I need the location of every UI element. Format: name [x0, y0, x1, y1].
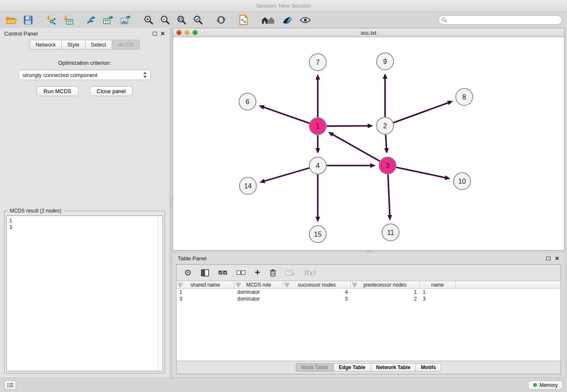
show-hide-button[interactable]: [299, 16, 312, 25]
apply-style-button[interactable]: [281, 15, 294, 25]
mcds-result-list[interactable]: 1 3: [6, 215, 163, 371]
graph-node[interactable]: 14: [239, 177, 256, 194]
import-table-button[interactable]: [62, 14, 74, 25]
criterion-select[interactable]: strongly connected component: [19, 70, 151, 80]
tab-network[interactable]: Network: [30, 40, 62, 50]
export-image-button[interactable]: [120, 14, 132, 25]
minimize-window-icon[interactable]: −: [184, 30, 190, 35]
graph-node[interactable]: 8: [456, 88, 473, 105]
column-header-name[interactable]: name: [420, 281, 456, 288]
tab-edge-table[interactable]: Edge Table: [334, 363, 371, 372]
add-column-button[interactable]: +: [254, 267, 261, 278]
column-label: MCDS role: [246, 282, 271, 288]
import-network-button[interactable]: [44, 14, 57, 25]
tab-style[interactable]: Style: [62, 40, 85, 50]
delete-column-button[interactable]: [269, 268, 277, 278]
zoom-in-button[interactable]: [143, 14, 154, 26]
network-view[interactable]: 7968124314101511: [173, 38, 564, 250]
close-panel-icon[interactable]: ✕: [160, 31, 165, 36]
column-type-icon: [178, 283, 183, 287]
copy-style-button[interactable]: [238, 14, 249, 26]
graph-edge[interactable]: [385, 135, 386, 149]
zoom-fit-button[interactable]: [176, 14, 187, 26]
column-header-mcds-role[interactable]: MCDS role: [234, 281, 283, 288]
table-cell[interactable]: 2: [351, 296, 420, 302]
graph-node[interactable]: 3: [379, 157, 396, 174]
table-cell[interactable]: 3: [283, 296, 351, 302]
table-cell[interactable]: 4: [283, 289, 351, 295]
task-history-button[interactable]: [4, 381, 16, 390]
graph-node[interactable]: 7: [309, 54, 326, 71]
table-row[interactable]: 1dominator411: [176, 289, 561, 295]
table-cell[interactable]: 1: [420, 289, 456, 295]
home-layout-button[interactable]: [260, 15, 276, 25]
graph-edge[interactable]: [263, 107, 309, 123]
export-image-icon: [121, 15, 131, 25]
table-row[interactable]: 3dominator323: [176, 295, 561, 302]
graph-node[interactable]: 10: [454, 173, 471, 190]
open-session-button[interactable]: [5, 15, 18, 25]
network-scroll-nub[interactable]: [366, 251, 373, 252]
graph-node[interactable]: 6: [239, 93, 256, 110]
graph-edge-arrowhead: [316, 74, 320, 80]
export-table-button[interactable]: [102, 14, 115, 25]
table-cell[interactable]: dominator: [234, 296, 283, 302]
column-header-predecessor-nodes[interactable]: predecessor nodes: [351, 281, 420, 288]
table-cell[interactable]: 1: [351, 289, 420, 295]
save-session-button[interactable]: [23, 15, 33, 25]
refresh-view-button[interactable]: [215, 14, 227, 26]
maximize-window-icon[interactable]: +: [193, 30, 198, 35]
zoom-selected-button[interactable]: [193, 14, 204, 26]
show-columns-button[interactable]: [200, 268, 210, 277]
function-builder-button[interactable]: f(x): [303, 268, 316, 278]
graph-node-label: 14: [244, 182, 252, 190]
memory-button[interactable]: Memory: [528, 381, 563, 390]
vertical-splitter[interactable]: [169, 28, 173, 378]
tab-network-table[interactable]: Network Table: [371, 363, 416, 372]
graph-edge[interactable]: [394, 102, 449, 122]
node-table: shared name MCDS role: [176, 281, 561, 361]
column-header-shared-name[interactable]: shared name: [176, 281, 234, 288]
graph-edge[interactable]: [388, 175, 390, 216]
column-label: predecessor nodes: [363, 282, 407, 288]
table-settings-button[interactable]: ⚙: [183, 268, 193, 278]
refresh-group: [215, 14, 227, 26]
run-mcds-button[interactable]: Run MCDS: [37, 86, 78, 96]
graph-edge[interactable]: [332, 134, 380, 161]
zoom-out-button[interactable]: [160, 14, 171, 26]
graph-edge[interactable]: [327, 126, 369, 126]
close-window-icon[interactable]: ✕: [176, 30, 182, 35]
table-cell[interactable]: 1: [176, 289, 234, 295]
close-table-panel-icon[interactable]: ✕: [555, 256, 559, 261]
zoom-out-icon: [160, 15, 170, 25]
graph-node[interactable]: 4: [309, 157, 326, 174]
graph-edge[interactable]: [397, 168, 446, 178]
result-scrollbar[interactable]: [158, 216, 162, 371]
search-input[interactable]: [438, 15, 562, 25]
deselect-all-button[interactable]: [236, 270, 246, 276]
graph-node[interactable]: 1: [309, 118, 326, 135]
graph-edge[interactable]: [264, 168, 308, 181]
table-cell[interactable]: dominator: [234, 289, 283, 295]
graph-node[interactable]: 11: [382, 224, 399, 241]
column-header-successor-nodes[interactable]: successor nodes: [283, 281, 351, 288]
select-all-button[interactable]: [217, 270, 228, 276]
close-panel-button[interactable]: Close panel: [90, 86, 133, 96]
tab-select[interactable]: Select: [85, 40, 112, 50]
window-title: Session: New Session: [256, 3, 311, 9]
graph-edge-arrowhead: [316, 148, 320, 154]
tab-mcds[interactable]: MCDS: [112, 40, 140, 50]
control-panel-title: Control Panel: [4, 30, 38, 37]
tab-node-table[interactable]: Node Table: [296, 363, 334, 372]
graph-node[interactable]: 15: [309, 226, 326, 243]
tab-motifs[interactable]: Motifs: [416, 363, 441, 372]
table-cell[interactable]: 3: [176, 296, 234, 302]
table-cell[interactable]: 3: [420, 296, 456, 302]
network-canvas[interactable]: 7968124314101511: [173, 38, 564, 251]
graph-node[interactable]: 9: [377, 53, 394, 70]
delete-table-button[interactable]: [285, 269, 295, 277]
float-panel-icon[interactable]: [153, 32, 157, 36]
float-table-panel-icon[interactable]: [546, 257, 550, 260]
export-network-button[interactable]: [85, 14, 97, 25]
graph-node[interactable]: 2: [377, 117, 394, 134]
